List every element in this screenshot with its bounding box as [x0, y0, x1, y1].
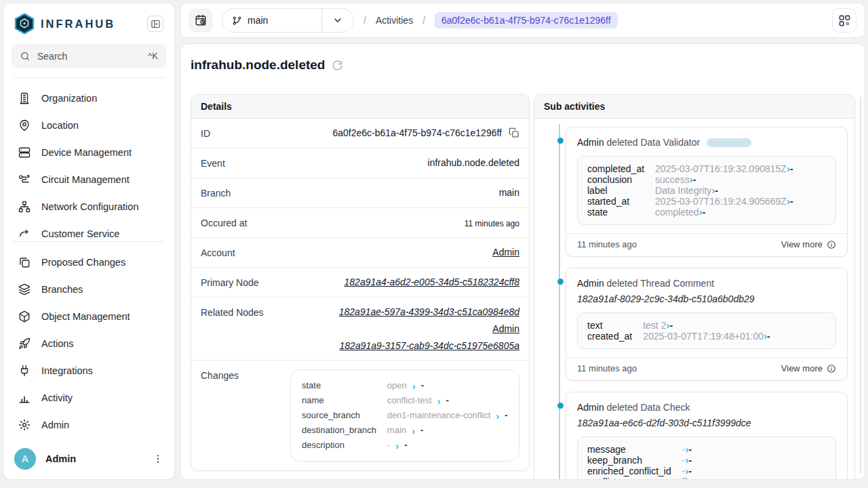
- branch-selector-value: main: [222, 15, 321, 26]
- branch-selector-toggle[interactable]: [322, 15, 353, 26]
- workflow-icon: [838, 14, 851, 27]
- sidebar-item-actions[interactable]: Actions: [12, 330, 166, 357]
- branch-selector[interactable]: main: [222, 8, 354, 33]
- building-icon: [18, 92, 31, 104]
- changes-box: state open›- name conflict-test›- source…: [290, 369, 519, 462]
- time-travel-button[interactable]: [189, 9, 212, 32]
- refresh-button[interactable]: [332, 60, 343, 71]
- chevron-right-icon: ›: [412, 381, 416, 391]
- details-row-changes: Changes state open›- name conflict-test›…: [191, 361, 529, 470]
- sidebar-item-network-configuration[interactable]: Network Configuration: [12, 193, 166, 220]
- chevron-right-icon: ›: [412, 426, 415, 436]
- sidebar: INFRAHUB Search ^K Organization: [3, 3, 175, 480]
- sub-activities-header: Sub activities: [534, 95, 854, 119]
- sub-activities-timeline: Admin deleted Data Validator completed_a…: [534, 119, 854, 480]
- user-menu-button[interactable]: [153, 453, 163, 464]
- sidebar-item-label: Admin: [41, 420, 69, 430]
- sidebar-item-label: Actions: [41, 338, 74, 349]
- change-key: source_branch: [302, 408, 376, 423]
- copy-id-button[interactable]: [509, 127, 519, 138]
- chevron-right-icon: ›: [496, 411, 499, 421]
- content-scrollbar[interactable]: [860, 97, 861, 474]
- sidebar-item-label: Proposed Changes: [41, 257, 125, 268]
- row-label: Branch: [201, 187, 231, 199]
- breadcrumb-separator: /: [363, 15, 366, 26]
- change-key: description: [302, 438, 376, 453]
- sidebar-item-location[interactable]: Location: [12, 112, 166, 139]
- related-node-link[interactable]: 182a91a9-3157-cab9-34dc-c51975e6805a: [340, 340, 519, 351]
- sidebar-item-device-management[interactable]: Device Management: [12, 139, 166, 166]
- details-row-primary-node: Primary Node 182a91a4-a6d2-e005-34d5-c51…: [191, 268, 529, 298]
- layers-icon: [18, 283, 31, 296]
- action-text: deleted Thread Comment: [607, 278, 715, 289]
- object-id: 182a91af-8029-2c9c-34db-c510a6b0db29: [577, 293, 836, 304]
- breadcrumb-current-id[interactable]: 6a0f2e6c-b61a-4f75-b974-c76c1e1296ff: [435, 12, 618, 28]
- sub-activity-card: Admin deleted Data Validator completed_a…: [566, 127, 848, 257]
- related-node-link[interactable]: 182a91ae-597a-4399-34d3-c51ca0984e8d: [339, 306, 519, 317]
- action-text: deleted Data Validator: [607, 137, 701, 148]
- sidebar-item-activity[interactable]: Activity: [12, 384, 166, 411]
- app-logo: INFRAHUB: [14, 13, 115, 35]
- sidebar-item-integrations[interactable]: Integrations: [12, 357, 166, 384]
- search-shortcut: ^K: [148, 51, 158, 61]
- app-root: INFRAHUB Search ^K Organization: [0, 0, 868, 483]
- object-id: 182a91aa-e6c6-d2fd-303d-c511f3999dce: [577, 418, 836, 428]
- timeline-dot: [557, 403, 564, 409]
- sub-activities-panel: Sub activities Admin deleted Data Valida…: [534, 94, 855, 480]
- sidebar-item-branches[interactable]: Branches: [12, 276, 166, 303]
- sidebar-user[interactable]: A Admin: [12, 444, 166, 471]
- calendar-clock-icon: [195, 14, 207, 26]
- sidebar-item-object-management[interactable]: Object Management: [12, 303, 166, 330]
- actor-name: Admin: [577, 137, 604, 148]
- sub-activity-title: Admin deleted Thread Comment: [577, 278, 836, 289]
- breadcrumb-activities[interactable]: Activities: [376, 15, 413, 26]
- branch-name: main: [248, 15, 268, 26]
- content-columns: Details ID 6a0f2e6c-b61a-4f75-b974-c76c1…: [191, 94, 855, 480]
- details-row-occured-at: Occured at 11 minutes ago: [191, 208, 529, 238]
- sub-activity-card: Admin deleted Data Check 182a91aa-e6c6-d…: [566, 392, 848, 480]
- sidebar-item-label: Location: [41, 120, 79, 131]
- actor-name: Admin: [577, 402, 604, 413]
- customer-service-icon: [18, 228, 31, 240]
- breadcrumb-separator: /: [422, 15, 425, 26]
- sub-activity-title: Admin deleted Data Validator: [577, 137, 836, 148]
- collapse-sidebar-button[interactable]: [147, 16, 163, 32]
- account-link[interactable]: Admin: [492, 247, 519, 258]
- sidebar-item-organization[interactable]: Organization: [12, 85, 166, 112]
- sidebar-item-label: Network Configuration: [41, 201, 138, 212]
- sidebar-item-proposed-changes[interactable]: Proposed Changes: [12, 249, 166, 276]
- sidebar-item-label: Organization: [41, 93, 97, 104]
- row-label: Occured at: [201, 217, 247, 228]
- primary-node-link[interactable]: 182a91a4-a6d2-e005-34d5-c5182324cff8: [344, 277, 519, 287]
- sub-activity-changes-box: text test 2›- created_at 2025-03-07T17:1…: [577, 312, 836, 349]
- circuit-icon: [18, 174, 31, 186]
- chevron-right-icon: ›: [437, 396, 441, 406]
- row-label: Related Nodes: [201, 306, 264, 318]
- sidebar-nav-secondary: Proposed Changes Branches Object Managem…: [12, 242, 166, 444]
- page-title: infrahub.node.deleted: [191, 58, 325, 73]
- sidebar-item-label: Device Management: [41, 147, 132, 158]
- workflow-panel-button[interactable]: [832, 8, 856, 33]
- view-more-button[interactable]: View more: [781, 363, 836, 373]
- details-header: Details: [191, 95, 529, 119]
- sidebar-item-label: Branches: [41, 284, 83, 295]
- view-more-button[interactable]: View more: [781, 239, 836, 249]
- row-label: Primary Node: [201, 277, 259, 288]
- sub-activity-changes-box: message -›- keep_branch -›- enriched_con…: [577, 436, 836, 480]
- timeline-line: [559, 124, 560, 480]
- details-row-id: ID 6a0f2e6c-b61a-4f75-b974-c76c1e1296ff: [191, 119, 529, 148]
- sub-activity-card: Admin deleted Thread Comment 182a91af-80…: [566, 268, 848, 381]
- panel-collapse-icon: [151, 19, 161, 29]
- sub-activity-title: Admin deleted Data Check: [577, 402, 836, 413]
- related-node-link[interactable]: Admin: [492, 323, 519, 334]
- occured-at-value: 11 minutes ago: [465, 217, 519, 228]
- change-key: state: [302, 378, 376, 393]
- search-input[interactable]: Search ^K: [12, 44, 166, 68]
- sidebar-item-circuit-management[interactable]: Circuit Management: [12, 166, 166, 193]
- sidebar-item-customer-service[interactable]: Customer Service: [12, 220, 166, 241]
- details-row-account: Account Admin: [191, 238, 529, 268]
- details-panel: Details ID 6a0f2e6c-b61a-4f75-b974-c76c1…: [191, 94, 530, 471]
- loading-skeleton: [707, 138, 751, 147]
- topbar: main / Activities / 6a0f2e6c-b61a-4f75-b…: [180, 3, 865, 38]
- sidebar-item-admin[interactable]: Admin: [12, 411, 166, 439]
